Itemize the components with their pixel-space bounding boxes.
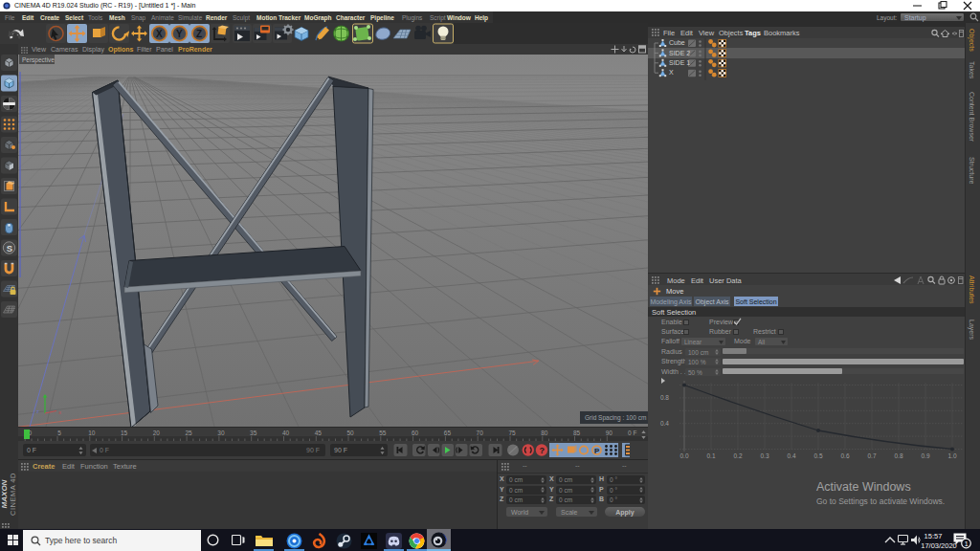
svg-text:X: X: [156, 29, 163, 39]
svg-text:0.9: 0.9: [921, 452, 929, 459]
svg-text:0.7: 0.7: [867, 452, 876, 459]
svg-text:?: ?: [540, 446, 546, 455]
svg-text:0.3: 0.3: [760, 452, 768, 459]
svg-text:0.2: 0.2: [733, 452, 742, 459]
svg-text:0.6: 0.6: [840, 452, 849, 459]
svg-text:0.8: 0.8: [660, 394, 669, 401]
svg-text:0.5: 0.5: [813, 452, 822, 459]
svg-text:x: x: [58, 409, 61, 415]
svg-text:0.4: 0.4: [787, 452, 795, 459]
svg-text:z: z: [36, 408, 39, 414]
svg-text:P: P: [594, 447, 600, 455]
svg-text:Grid Spacing : 100 cm: Grid Spacing : 100 cm: [585, 414, 646, 422]
svg-text:Z: Z: [196, 29, 202, 39]
svg-text:Y: Y: [176, 29, 183, 39]
svg-text:0.0: 0.0: [679, 452, 688, 459]
svg-text:0.8: 0.8: [894, 452, 902, 459]
svg-text:0.1: 0.1: [706, 452, 715, 459]
svg-text:1: 1: [965, 540, 969, 547]
svg-text:1.0: 1.0: [947, 452, 956, 459]
svg-text:0.4: 0.4: [660, 420, 669, 427]
svg-text:S: S: [7, 243, 12, 253]
